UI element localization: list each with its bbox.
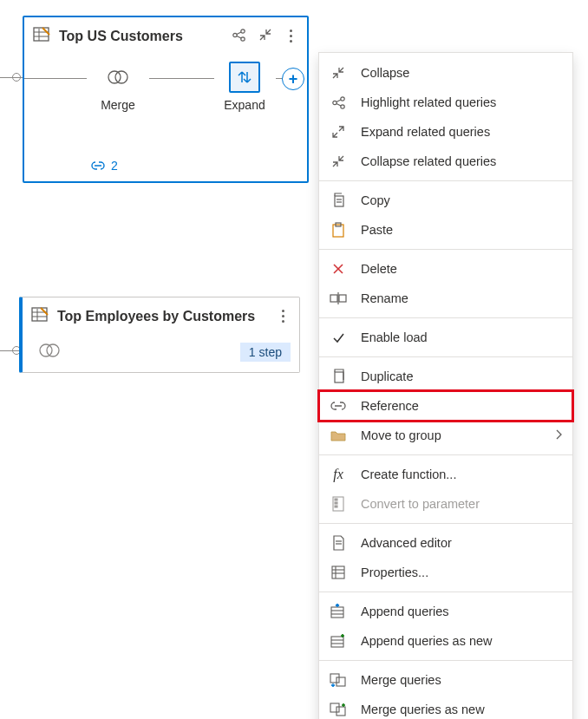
menu-label: Merge queries xyxy=(361,673,562,687)
merge-icon xyxy=(38,342,61,362)
svg-rect-50 xyxy=(336,677,345,686)
menu-label: Copy xyxy=(361,193,562,207)
query-card-header: Top US Customers xyxy=(24,17,307,55)
svg-rect-35 xyxy=(335,502,337,504)
svg-line-8 xyxy=(237,36,241,38)
menu-expand-related[interactable]: Expand related queries xyxy=(319,117,572,147)
menu-label: Paste xyxy=(361,223,562,237)
menu-duplicate[interactable]: Duplicate xyxy=(319,362,572,391)
query-title: Top Employees by Customers xyxy=(57,309,268,324)
step-merge[interactable]: Merge xyxy=(87,62,149,112)
menu-create-function[interactable]: fx Create function... xyxy=(319,460,572,489)
collapse-icon[interactable] xyxy=(258,28,272,44)
menu-label: Duplicate xyxy=(361,369,562,383)
svg-point-4 xyxy=(233,33,237,36)
menu-reference[interactable]: Reference xyxy=(319,391,572,421)
more-options-icon[interactable] xyxy=(284,29,297,42)
svg-rect-22 xyxy=(335,196,343,206)
delete-icon xyxy=(330,260,347,278)
svg-rect-46 xyxy=(331,637,343,647)
menu-divider xyxy=(319,317,572,318)
svg-point-10 xyxy=(115,71,127,83)
svg-line-21 xyxy=(336,103,341,106)
menu-highlight-related[interactable]: Highlight related queries xyxy=(319,88,572,117)
svg-rect-34 xyxy=(335,499,337,500)
connector-line xyxy=(0,77,23,78)
menu-paste[interactable]: Paste xyxy=(319,215,572,245)
menu-label: Highlight related queries xyxy=(361,95,562,109)
table-icon xyxy=(33,26,50,46)
menu-advanced-editor[interactable]: Advanced editor xyxy=(319,528,572,558)
svg-rect-51 xyxy=(330,703,339,712)
menu-copy[interactable]: Copy xyxy=(319,186,572,215)
svg-rect-30 xyxy=(339,295,346,302)
menu-label: Properties... xyxy=(361,565,562,579)
references-link[interactable]: 2 xyxy=(24,159,307,181)
svg-line-7 xyxy=(237,32,241,35)
menu-label: Convert to parameter xyxy=(361,497,562,511)
svg-point-17 xyxy=(332,101,336,104)
menu-properties[interactable]: Properties... xyxy=(319,558,572,587)
svg-rect-32 xyxy=(335,372,343,382)
duplicate-icon xyxy=(330,368,347,385)
svg-rect-36 xyxy=(335,506,337,507)
menu-divider xyxy=(319,180,572,181)
menu-divider xyxy=(319,592,572,592)
menu-label: Reference xyxy=(361,399,562,413)
menu-label: Create function... xyxy=(361,467,562,481)
svg-point-19 xyxy=(340,104,343,108)
query-card-top-us-customers[interactable]: Top US Customers Merge Expand 2 xyxy=(23,16,309,183)
svg-rect-39 xyxy=(332,566,344,578)
menu-append-queries-new[interactable]: Append queries as new xyxy=(319,626,572,656)
menu-divider xyxy=(319,454,572,455)
reference-icon xyxy=(330,397,347,415)
svg-point-16 xyxy=(47,344,59,356)
menu-label: Merge queries as new xyxy=(361,703,562,716)
svg-point-9 xyxy=(108,71,121,83)
menu-divider xyxy=(319,523,572,524)
menu-divider xyxy=(319,660,572,661)
menu-label: Append queries xyxy=(361,605,562,618)
svg-point-6 xyxy=(241,36,245,40)
svg-rect-0 xyxy=(34,28,49,41)
menu-delete[interactable]: Delete xyxy=(319,254,572,284)
menu-divider xyxy=(319,356,572,357)
expand-icon xyxy=(330,123,347,141)
share-icon[interactable] xyxy=(232,28,246,45)
flow-line xyxy=(24,78,87,79)
function-icon: fx xyxy=(330,466,347,483)
menu-collapse[interactable]: Collapse xyxy=(319,58,572,88)
menu-label: Advanced editor xyxy=(361,536,562,550)
more-options-icon[interactable] xyxy=(277,310,289,323)
card-body: 1 step xyxy=(23,335,299,372)
flow-line xyxy=(149,78,214,79)
menu-label: Collapse xyxy=(361,66,562,80)
step-expand[interactable]: Expand xyxy=(213,62,276,112)
menu-enable-load[interactable]: Enable load xyxy=(319,323,572,352)
svg-rect-29 xyxy=(330,295,337,302)
query-title: Top US Customers xyxy=(59,29,223,44)
menu-collapse-related[interactable]: Collapse related queries xyxy=(319,147,572,176)
parameter-icon xyxy=(330,495,347,513)
folder-icon xyxy=(330,427,347,444)
query-card-top-employees[interactable]: Top Employees by Customers 1 step xyxy=(19,297,300,373)
menu-label: Move to group xyxy=(361,428,541,442)
menu-label: Expand related queries xyxy=(361,125,562,139)
append-icon xyxy=(330,603,347,620)
menu-rename[interactable]: Rename xyxy=(319,284,572,313)
add-step-button[interactable]: + xyxy=(282,68,304,90)
step-count-badge: 1 step xyxy=(240,343,291,362)
svg-line-20 xyxy=(336,100,341,102)
menu-merge-queries-new[interactable]: Merge queries as new xyxy=(319,695,572,719)
context-menu: Collapse Highlight related queries Expan… xyxy=(318,52,573,719)
menu-move-to-group[interactable]: Move to group xyxy=(319,421,572,450)
merge-queries-new-icon xyxy=(330,701,347,718)
menu-convert-to-parameter: Convert to parameter xyxy=(319,489,572,519)
menu-append-queries[interactable]: Append queries xyxy=(319,597,572,626)
merge-queries-icon xyxy=(330,671,347,689)
svg-rect-11 xyxy=(32,308,47,321)
menu-merge-queries[interactable]: Merge queries xyxy=(319,665,572,695)
svg-rect-52 xyxy=(336,707,345,716)
reference-count: 2 xyxy=(111,159,118,173)
menu-label: Append queries as new xyxy=(361,634,562,648)
